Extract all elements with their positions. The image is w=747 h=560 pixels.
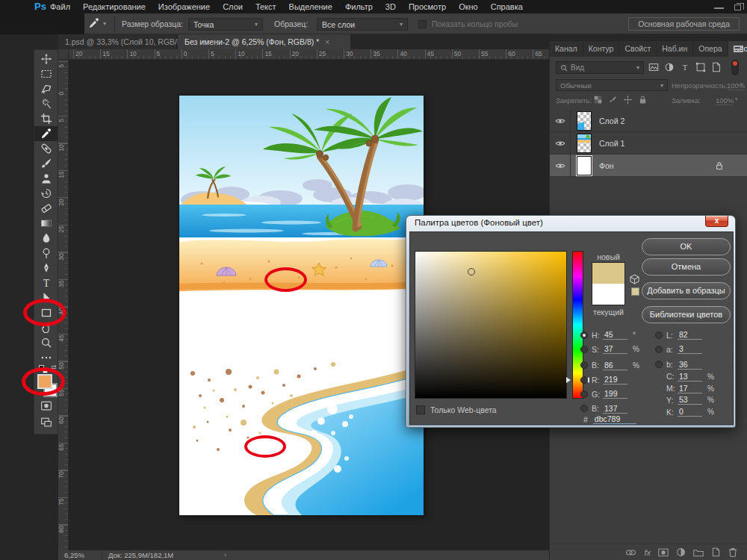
hex-value-field[interactable]: dbc789 xyxy=(593,414,636,424)
web-safe-color-swatch[interactable] xyxy=(631,287,639,296)
field-value[interactable]: 3 xyxy=(678,344,702,354)
blend-mode-select[interactable]: Обычные▾ xyxy=(556,79,668,91)
lasso-tool[interactable] xyxy=(34,81,58,96)
layer-thumbnail[interactable] xyxy=(577,156,592,175)
radio-button[interactable] xyxy=(655,332,663,339)
web-colors-only-checkbox[interactable] xyxy=(416,405,425,414)
field-value[interactable]: 0 xyxy=(678,407,702,417)
current-tool-chip[interactable]: ▾ xyxy=(88,17,106,29)
horizontal-ruler[interactable]: 201510505101520253035404550556065 xyxy=(69,49,549,60)
menu-item[interactable]: Справка xyxy=(491,2,523,11)
edit-toolbar-ellipsis[interactable] xyxy=(34,350,58,365)
status-menu-chevron[interactable]: › xyxy=(224,550,226,559)
filter-smart-object-icon[interactable] xyxy=(711,62,722,72)
ok-button[interactable]: OK xyxy=(642,238,731,255)
visibility-eye-icon[interactable] xyxy=(550,110,571,132)
radio-button[interactable] xyxy=(580,361,588,369)
radio-button[interactable] xyxy=(580,376,588,384)
add-to-swatches-button[interactable]: Добавить в образцы xyxy=(642,282,731,299)
radio-button[interactable] xyxy=(580,405,588,412)
eyedropper-tool[interactable] xyxy=(34,126,58,141)
panel-tab[interactable]: Свойст xyxy=(619,41,657,57)
marquee-tool[interactable] xyxy=(34,66,58,81)
canvas[interactable] xyxy=(179,96,424,515)
sample-size-select[interactable]: Точка▾ xyxy=(188,18,263,31)
lock-transparent-icon[interactable] xyxy=(593,95,603,105)
lock-position-icon[interactable] xyxy=(623,95,633,105)
add-layer-mask-icon[interactable] xyxy=(658,548,669,557)
brush-tool[interactable] xyxy=(34,156,58,171)
layer-row-selected[interactable]: Фон xyxy=(550,155,747,177)
filter-adjustment-icon[interactable] xyxy=(664,62,675,72)
blur-tool[interactable] xyxy=(34,231,58,246)
crop-tool[interactable] xyxy=(34,111,58,126)
menu-item[interactable]: Редактирование xyxy=(83,2,146,11)
lock-pixels-icon[interactable] xyxy=(608,95,618,105)
field-value[interactable]: 37 xyxy=(603,344,627,354)
field-value[interactable]: 36 xyxy=(678,360,702,370)
type-tool[interactable]: T xyxy=(34,276,58,290)
quick-mask-button[interactable] xyxy=(40,399,53,412)
show-sampling-ring-checkbox[interactable] xyxy=(418,20,427,28)
screen-mode-button[interactable] xyxy=(40,416,53,429)
panel-tab[interactable]: Контур xyxy=(583,41,620,57)
document-tab-inactive[interactable]: 1.psd @ 33,3% (Слой 10, RGB/8*) *× xyxy=(58,34,177,49)
panel-tab[interactable]: Канал xyxy=(550,41,583,57)
field-value[interactable]: 13 xyxy=(678,372,702,382)
radio-button[interactable] xyxy=(655,361,663,368)
web-warning-cube-icon[interactable] xyxy=(630,274,639,284)
document-tab-active[interactable]: Без имени-2 @ 6,25% (Фон, RGB/8) *× xyxy=(178,34,350,49)
menu-item[interactable]: Просмотр xyxy=(409,2,446,11)
eraser-tool[interactable] xyxy=(34,201,58,216)
zoom-tool[interactable] xyxy=(34,335,58,350)
menu-item[interactable]: Изображение xyxy=(158,2,210,11)
gradient-tool[interactable] xyxy=(34,216,58,231)
field-value[interactable]: 82 xyxy=(678,330,702,340)
radio-button[interactable] xyxy=(580,332,588,339)
layer-thumbnail[interactable] xyxy=(577,111,592,131)
field-value[interactable]: 53 xyxy=(678,395,702,405)
menu-item[interactable]: Файл xyxy=(50,2,70,11)
zoom-level-field[interactable]: 6,25% xyxy=(64,551,84,559)
field-value[interactable]: 219 xyxy=(603,375,627,385)
cancel-button[interactable]: Отмена xyxy=(642,258,731,276)
new-layer-icon[interactable] xyxy=(711,547,721,557)
filter-toggle-switch[interactable] xyxy=(731,60,739,75)
delete-layer-trash-icon[interactable] xyxy=(728,547,737,557)
menu-item[interactable]: Выделение xyxy=(289,2,332,11)
move-tool[interactable] xyxy=(34,52,58,66)
radio-button[interactable] xyxy=(655,346,663,353)
visibility-eye-icon[interactable] xyxy=(550,132,571,155)
layer-row[interactable]: Слой 2 xyxy=(550,110,747,132)
new-group-folder-icon[interactable] xyxy=(693,548,704,557)
dodge-tool[interactable] xyxy=(34,246,58,261)
field-value[interactable]: 17 xyxy=(678,384,702,393)
link-layers-icon[interactable] xyxy=(625,548,636,557)
field-value[interactable]: 199 xyxy=(603,389,627,399)
magic-wand-tool[interactable] xyxy=(34,96,58,111)
clone-stamp-tool[interactable] xyxy=(34,171,58,186)
field-value[interactable]: 137 xyxy=(603,404,627,414)
sample-select[interactable]: Все слои▾ xyxy=(317,18,408,31)
filter-image-icon[interactable] xyxy=(648,62,659,72)
hue-slider-arrow-left[interactable] xyxy=(566,377,571,383)
layer-thumbnail[interactable] xyxy=(577,134,592,153)
fill-value[interactable]: 100% xyxy=(716,96,734,105)
close-button[interactable]: x xyxy=(705,216,728,227)
filter-shape-icon[interactable] xyxy=(695,62,706,72)
menu-item[interactable]: 3D xyxy=(385,2,396,11)
menu-item[interactable]: Фильтр xyxy=(345,2,373,11)
adjustment-layer-icon[interactable] xyxy=(676,547,686,557)
panel-tab[interactable]: Опера xyxy=(693,41,728,57)
filter-type-icon[interactable]: T xyxy=(680,62,690,72)
color-libraries-button[interactable]: Библиотеки цветов xyxy=(642,306,731,323)
field-value[interactable]: 86 xyxy=(603,361,627,370)
layer-filter-select[interactable]: Вид ▾ xyxy=(556,61,644,74)
radio-button[interactable] xyxy=(580,346,588,353)
menu-item[interactable]: Окно xyxy=(459,2,478,11)
minimize-icon[interactable] xyxy=(714,3,724,9)
workspace-button[interactable]: Основная рабочая среда xyxy=(628,17,740,31)
healing-brush-tool[interactable] xyxy=(34,141,58,156)
field-value[interactable]: 45 xyxy=(603,330,627,340)
visibility-eye-icon[interactable] xyxy=(550,155,571,177)
